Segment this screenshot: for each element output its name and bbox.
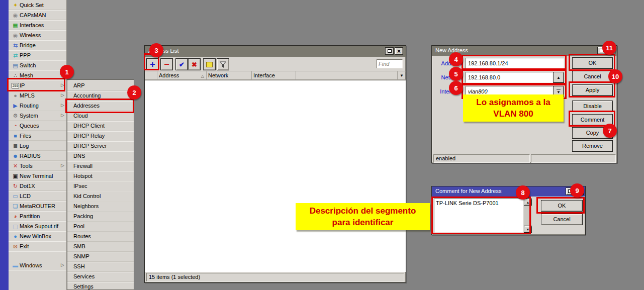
ip-icon: 255 <box>11 81 20 90</box>
sidebar-item-interfaces[interactable]: ▦Interfaces <box>9 20 66 30</box>
radius-icon: ☻ <box>11 151 20 161</box>
filter-button[interactable] <box>217 58 229 70</box>
column-address[interactable]: Address△ <box>157 71 207 79</box>
address-list-rows[interactable] <box>145 80 406 272</box>
submenu-item-neighbors[interactable]: Neighbors <box>67 202 134 212</box>
annotation-badge-10: 10 <box>608 69 622 83</box>
disable-button[interactable] <box>188 58 201 70</box>
sidebar-item-mesh[interactable]: ∴Mesh <box>9 70 66 80</box>
annotation-badge-4: 4 <box>449 52 463 66</box>
network-collapse-button[interactable] <box>553 72 564 83</box>
sidebar-item-dot1x[interactable]: ↻Dot1X <box>9 181 66 191</box>
column-select-dropdown[interactable] <box>397 71 406 79</box>
find-input[interactable] <box>377 59 403 68</box>
submenu-item-pool[interactable]: Pool <box>67 222 134 232</box>
windows-icon: ▬ <box>11 261 20 270</box>
items-count-status: 15 items (1 selected) <box>146 273 404 281</box>
maximize-button[interactable] <box>385 47 394 55</box>
sidebar-item-ppp[interactable]: ⇄PPP <box>9 50 66 60</box>
sidebar-item-windows[interactable]: ▬Windows▷ <box>9 260 66 270</box>
column-interface[interactable]: Interface <box>252 71 296 79</box>
address-list-column-headers: Address△ Network Interface <box>145 71 406 80</box>
funnel-icon <box>220 61 226 68</box>
column-filler <box>296 71 397 79</box>
add-button[interactable] <box>146 58 159 70</box>
submenu-item-hotspot[interactable]: Hotspot <box>67 171 134 181</box>
sort-asc-icon: △ <box>201 72 204 79</box>
submenu-item-firewall[interactable]: Firewall <box>67 161 134 171</box>
submenu-item-arp[interactable]: ARP <box>67 81 134 91</box>
ok-button[interactable]: OK <box>572 57 613 69</box>
submenu-item-accounting[interactable]: Accounting <box>67 91 134 101</box>
cancel-button[interactable]: Cancel <box>541 214 583 225</box>
enable-button[interactable] <box>175 58 188 70</box>
sidebar-item-files[interactable]: ■Files <box>9 131 66 141</box>
column-network[interactable]: Network <box>207 71 252 79</box>
sidebar-item-mpls[interactable]: ●MPLS▷ <box>9 90 66 101</box>
submenu-item-services[interactable]: Services <box>67 272 134 282</box>
desktop: { "sidebar": { "items": [ {"label":"Quic… <box>0 0 644 290</box>
submenu-item-packing[interactable]: Packing <box>67 212 134 222</box>
network-input[interactable]: 192.168.80.0 <box>466 72 553 83</box>
disable-button[interactable]: Disable <box>572 101 613 112</box>
sidebar-item-capsman[interactable]: ◉CAPsMAN <box>9 10 66 20</box>
sidebar-item-wireless[interactable]: ◉Wireless <box>9 30 66 40</box>
submenu-item-snmp[interactable]: SNMP <box>67 252 134 262</box>
submenu-item-dhcp-server[interactable]: DHCP Server <box>67 141 134 151</box>
enabled-status: enabled <box>433 154 530 163</box>
scroll-down-icon[interactable] <box>524 226 532 233</box>
sidebar-item-system[interactable]: ⚙System▷ <box>9 111 66 121</box>
comment-tool-button[interactable] <box>203 58 216 70</box>
sidebar-item-log[interactable]: ≣Log <box>9 141 66 151</box>
sidebar-item-lcd[interactable]: ▭LCD <box>9 191 66 201</box>
comment-dialog: Comment for New Address TP-LINK Serie DS… <box>431 186 586 235</box>
submenu-item-dns[interactable]: DNS <box>67 151 134 161</box>
interfaces-icon: ▦ <box>11 21 20 30</box>
comment-scrollbar[interactable] <box>524 199 532 233</box>
sidebar-item-tools[interactable]: ✕Tools▷ <box>9 161 66 171</box>
apply-button[interactable]: Apply <box>572 84 613 96</box>
address-list-titlebar[interactable]: Address List <box>145 46 406 57</box>
sidebar-item-quick-set[interactable]: ✦Quick Set <box>9 0 66 10</box>
new-winbox-icon: ● <box>11 232 20 241</box>
sidebar-item-exit[interactable]: ⊠Exit <box>9 241 66 251</box>
annotation-badge-11: 11 <box>602 41 616 55</box>
close-button[interactable] <box>395 47 403 55</box>
submenu-item-routes[interactable]: Routes <box>67 232 134 242</box>
cancel-button[interactable]: Cancel <box>572 71 613 82</box>
comment-dialog-titlebar[interactable]: Comment for New Address <box>432 186 585 197</box>
sidebar-item-partition[interactable]: ◕Partition <box>9 211 66 221</box>
sidebar-item-new-terminal[interactable]: ▣New Terminal <box>9 171 66 181</box>
ip-submenu: ARP Accounting Addresses Cloud DHCP Clie… <box>67 79 134 290</box>
switch-icon: ▤ <box>11 61 20 70</box>
submenu-item-cloud[interactable]: Cloud <box>67 111 134 121</box>
submenu-item-ipsec[interactable]: IPsec <box>67 181 134 191</box>
submenu-item-settings[interactable]: Settings <box>67 282 134 290</box>
column-flags[interactable] <box>145 71 157 79</box>
submenu-item-ssh[interactable]: SSH <box>67 262 134 272</box>
submenu-item-kid-control[interactable]: Kid Control <box>67 191 134 202</box>
scroll-up-icon[interactable] <box>524 199 532 206</box>
sidebar-item-metarouter[interactable]: ❏MetaROUTER <box>9 201 66 211</box>
comment-textarea[interactable]: TP-LINK Serie DS-P7001 <box>434 199 523 233</box>
mesh-icon: ∴ <box>11 71 20 80</box>
remove-button[interactable] <box>160 58 173 70</box>
submenu-item-smb[interactable]: SMB <box>67 242 134 252</box>
remove-button[interactable]: Remove <box>572 140 613 152</box>
sidebar-item-switch[interactable]: ▤Switch <box>9 60 66 70</box>
sidebar-item-bridge[interactable]: ⇆Bridge <box>9 40 66 50</box>
sidebar-item-queues[interactable]: ◔Queues <box>9 121 66 131</box>
submenu-item-dhcp-client[interactable]: DHCP Client <box>67 121 134 131</box>
sidebar-item-make-supout[interactable]: ▢Make Supout.rif <box>9 221 66 231</box>
address-list-toolbar <box>145 57 406 71</box>
sidebar-item-ip[interactable]: 255IP▷ <box>9 80 66 90</box>
sidebar-item-new-winbox[interactable]: ●New WinBox <box>9 231 66 241</box>
submenu-item-dhcp-relay[interactable]: DHCP Relay <box>67 131 134 141</box>
submenu-item-addresses[interactable]: Addresses <box>67 101 134 111</box>
sidebar-item-radius[interactable]: ☻RADIUS <box>9 151 66 161</box>
log-icon: ≣ <box>11 141 20 151</box>
terminal-icon: ▣ <box>11 171 20 181</box>
address-input[interactable]: 192.168.80.1/24 <box>466 58 564 69</box>
sidebar-item-routing[interactable]: ▶Routing▷ <box>9 101 66 111</box>
ok-button[interactable]: OK <box>541 200 583 212</box>
